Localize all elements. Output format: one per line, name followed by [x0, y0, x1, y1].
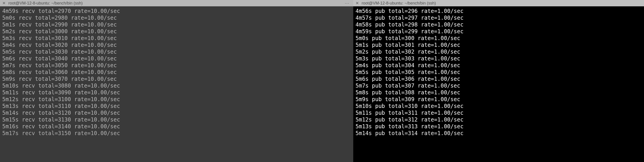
log-line: 5m7s pub total=307 rate=1.00/sec [356, 82, 642, 89]
log-line: 5m4s pub total=304 rate=1.00/sec [356, 62, 642, 69]
terminal-pane-left: ✕ root@VM-12-8-ubuntu: ~/bench/bin (ssh)… [0, 0, 353, 162]
log-line: 5m11s pub total=311 rate=1.00/sec [356, 110, 642, 116]
tab-title-right[interactable]: root@VM-12-8-ubuntu: ~/bench/bin (ssh) [362, 1, 642, 6]
log-line: 5m1s pub total=301 rate=1.00/sec [356, 42, 642, 48]
log-line: 4m58s pub total=298 rate=1.00/sec [356, 21, 642, 28]
terminal-output-right[interactable]: 4m56s pub total=296 rate=1.00/sec4m57s p… [353, 6, 644, 162]
log-line: 5m3s pub total=303 rate=1.00/sec [356, 55, 642, 62]
log-line: 5m10s recv total=3080 rate=10.00/sec [2, 82, 351, 89]
log-line: 5m14s pub total=314 rate=1.00/sec [356, 130, 642, 137]
log-line: 5m8s pub total=308 rate=1.00/sec [356, 89, 642, 96]
close-icon[interactable]: ✕ [356, 1, 359, 6]
log-line: 5m2s pub total=302 rate=1.00/sec [356, 48, 642, 55]
log-line: 4m59s recv total=2970 rate=10.00/sec [2, 8, 351, 14]
log-line: 5m16s recv total=3140 rate=10.00/sec [2, 123, 351, 130]
log-line: 5m13s pub total=313 rate=1.00/sec [356, 123, 642, 130]
log-line: 5m0s pub total=300 rate=1.00/sec [356, 35, 642, 42]
log-line: 5m3s recv total=3010 rate=10.00/sec [2, 35, 351, 42]
log-line: 4m59s pub total=299 rate=1.00/sec [356, 28, 642, 35]
log-line: 5m15s recv total=3130 rate=10.00/sec [2, 116, 351, 123]
tab-bar-left: ✕ root@VM-12-8-ubuntu: ~/bench/bin (ssh)… [0, 0, 353, 6]
log-line: 5m7s recv total=3050 rate=10.00/sec [2, 62, 351, 69]
ellipsis-icon[interactable]: ⋯ [345, 0, 349, 6]
terminal-output-left[interactable]: 4m59s recv total=2970 rate=10.00/sec5m0s… [0, 6, 353, 162]
tab-bar-right: ✕ root@VM-12-8-ubuntu: ~/bench/bin (ssh) [353, 0, 644, 6]
log-line: 5m5s pub total=305 rate=1.00/sec [356, 69, 642, 76]
log-line: 4m56s pub total=296 rate=1.00/sec [356, 8, 642, 14]
log-line: 5m1s recv total=2990 rate=10.00/sec [2, 21, 351, 28]
log-line: 5m12s recv total=3100 rate=10.00/sec [2, 96, 351, 103]
log-line: 5m2s recv total=3000 rate=10.00/sec [2, 28, 351, 35]
log-line: 5m4s recv total=3020 rate=10.00/sec [2, 42, 351, 48]
log-line: 4m57s pub total=297 rate=1.00/sec [356, 14, 642, 21]
log-line: 5m11s recv total=3090 rate=10.00/sec [2, 89, 351, 96]
log-line: 5m6s recv total=3040 rate=10.00/sec [2, 55, 351, 62]
log-line: 5m9s pub total=309 rate=1.00/sec [356, 96, 642, 103]
log-line: 5m13s recv total=3110 rate=10.00/sec [2, 103, 351, 110]
log-line: 5m0s recv total=2980 rate=10.00/sec [2, 14, 351, 21]
log-line: 5m12s pub total=312 rate=1.00/sec [356, 116, 642, 123]
log-line: 5m6s pub total=306 rate=1.00/sec [356, 76, 642, 82]
tab-title-left[interactable]: root@VM-12-8-ubuntu: ~/bench/bin (ssh) [8, 1, 345, 6]
log-line: 5m17s recv total=3150 rate=10.00/sec [2, 130, 351, 137]
log-line: 5m8s recv total=3060 rate=10.00/sec [2, 69, 351, 76]
log-line: 5m10s pub total=310 rate=1.00/sec [356, 103, 642, 110]
log-line: 5m5s recv total=3030 rate=10.00/sec [2, 48, 351, 55]
terminal-pane-right: ✕ root@VM-12-8-ubuntu: ~/bench/bin (ssh)… [353, 0, 644, 162]
log-line: 5m9s recv total=3070 rate=10.00/sec [2, 76, 351, 82]
log-line: 5m14s recv total=3120 rate=10.00/sec [2, 110, 351, 116]
close-icon[interactable]: ✕ [2, 1, 6, 6]
